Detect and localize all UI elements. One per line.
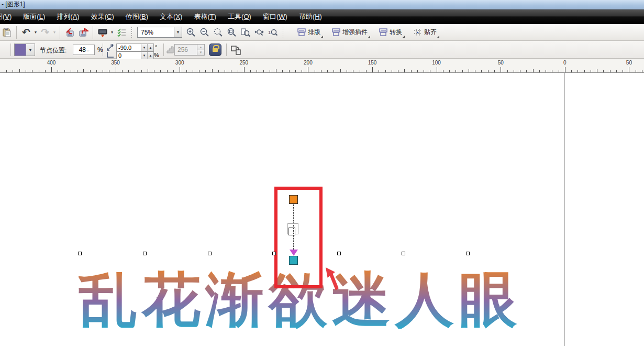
ruler-tick (250, 70, 251, 72)
options-checklist-icon[interactable] (115, 26, 128, 39)
character-node-marker[interactable] (272, 252, 276, 255)
launcher-dropdown-icon[interactable]: ▾ (109, 30, 115, 35)
fill-color-swatch[interactable]: ▼ (14, 44, 35, 56)
ruler-unit-label: 100 (427, 60, 446, 66)
export-icon[interactable] (77, 26, 90, 39)
edge-pad-down-icon[interactable]: ▼ (141, 52, 147, 59)
node-position-stepper-icon[interactable]: ÷ (86, 47, 90, 53)
menu-table[interactable]: 表格(T) (188, 9, 222, 24)
edge-pad-input[interactable]: ▼ ▲ (116, 51, 154, 59)
lock-steps-button[interactable] (209, 44, 221, 56)
ruler-tick (347, 70, 347, 72)
ruler-tick (597, 69, 597, 72)
zoom-actual-size-icon[interactable]: 1: (267, 26, 279, 39)
toolbar-grip[interactable] (282, 27, 284, 38)
ruler-tick (71, 70, 71, 72)
angle-down-icon[interactable]: ▼ (141, 44, 147, 51)
menu-help[interactable]: 帮助(H) (293, 9, 328, 24)
ruler-tick (360, 70, 360, 72)
gradient-start-handle[interactable] (289, 195, 298, 204)
drawing-canvas[interactable]: 乱花渐欲迷人眼 (0, 73, 644, 346)
ruler-tick (636, 70, 636, 72)
steps-up-icon: ▲ (197, 45, 204, 50)
ruler-tick (160, 70, 161, 72)
window-title: - [图形1] (2, 0, 25, 9)
menu-layout[interactable]: 版面(L) (17, 9, 51, 24)
ruler-tick (308, 67, 308, 72)
ruler-tick (205, 70, 206, 72)
button-dropdown-corner (403, 36, 405, 38)
ruler-unit-label: 50 (619, 60, 638, 66)
zoom-to-all-objects-icon[interactable] (226, 26, 238, 39)
fill-color-well[interactable] (15, 44, 26, 56)
ruler-tick (141, 70, 142, 72)
node-position-label: 节点位置: (40, 46, 66, 55)
character-node-marker[interactable] (337, 252, 341, 255)
plugins-toolbar-button[interactable]: 增强插件 (328, 26, 371, 39)
character-node-marker[interactable] (466, 252, 470, 255)
ruler-tick (565, 67, 565, 72)
node-position-value[interactable] (73, 46, 86, 53)
ruler-tick (225, 70, 225, 72)
edge-pad-value[interactable] (117, 52, 141, 59)
copy-fill-properties-icon[interactable] (230, 45, 242, 56)
ruler-tick (238, 70, 238, 72)
character-node-marker[interactable] (78, 252, 82, 255)
ruler-tick (546, 70, 546, 72)
import-icon[interactable] (63, 26, 76, 39)
ruler-tick (212, 69, 213, 72)
menu-view[interactable]: 图(V) (0, 9, 17, 24)
menu-arrange[interactable]: 排列(A) (51, 9, 85, 24)
zoom-level-combo[interactable]: 75% ▼ (137, 27, 182, 38)
ruler-tick (6, 70, 7, 72)
menu-bitmaps[interactable]: 位图(B) (120, 9, 154, 24)
character-node-marker[interactable] (143, 252, 147, 255)
undo-icon[interactable]: ↶ (20, 26, 32, 39)
ruler-tick (244, 67, 245, 72)
zoom-to-selection-icon[interactable] (212, 26, 225, 39)
undo-dropdown-icon[interactable]: ▾ (33, 30, 38, 35)
ruler-tick (475, 70, 475, 72)
gradient-angle-icon (106, 44, 115, 51)
node-position-input[interactable]: ÷ (73, 45, 95, 55)
ruler-tick (58, 70, 58, 72)
ruler-tick (321, 70, 321, 72)
fill-color-dropdown-icon[interactable]: ▼ (26, 44, 35, 56)
gradient-end-handle[interactable] (289, 256, 298, 265)
snap-toolbar-button[interactable]: 贴齐 (410, 26, 440, 39)
layout-toolbar-button[interactable]: 排版 (294, 26, 324, 39)
title-bar: - [图形1] (0, 0, 644, 9)
paste-icon[interactable] (1, 26, 13, 39)
gradient-angle-input[interactable]: ▼ ▲ (116, 44, 154, 51)
zoom-to-page-width-icon[interactable] (253, 26, 265, 39)
character-node-marker[interactable] (208, 252, 212, 255)
ruler-tick (501, 67, 501, 72)
ruler-tick (295, 70, 296, 72)
character-node-marker[interactable] (402, 252, 405, 255)
menu-effects[interactable]: 效果(C) (85, 9, 120, 24)
propbar-separator (226, 44, 227, 56)
zoom-combo-dropdown-icon[interactable]: ▼ (174, 27, 182, 37)
menu-text[interactable]: 文本(X) (154, 9, 188, 24)
edge-pad-up-icon[interactable]: ▲ (147, 52, 153, 59)
ruler-tick (616, 70, 617, 72)
menu-tools[interactable]: 工具(O) (222, 9, 257, 24)
zoom-out-icon[interactable] (198, 26, 211, 39)
zoom-in-icon[interactable] (185, 26, 197, 39)
ruler-tick (379, 70, 379, 72)
ruler-tick (591, 70, 591, 72)
convert-toolbar-button[interactable]: 转换 (375, 26, 406, 39)
ruler-tick (154, 70, 154, 72)
zoom-to-page-icon[interactable] (239, 26, 252, 39)
ruler-tick (507, 70, 508, 72)
gradient-angle-value[interactable] (117, 45, 141, 51)
propbar-separator (103, 44, 103, 56)
menu-window[interactable]: 窗口(W) (257, 9, 293, 24)
ruler-tick (263, 70, 264, 72)
ruler-tick (96, 70, 97, 72)
toolbar-grip[interactable] (131, 27, 132, 38)
gradient-steps-icon (166, 46, 174, 53)
application-launcher-icon[interactable] (96, 26, 109, 39)
angle-up-icon[interactable]: ▲ (147, 44, 153, 51)
ruler-tick (353, 70, 353, 72)
